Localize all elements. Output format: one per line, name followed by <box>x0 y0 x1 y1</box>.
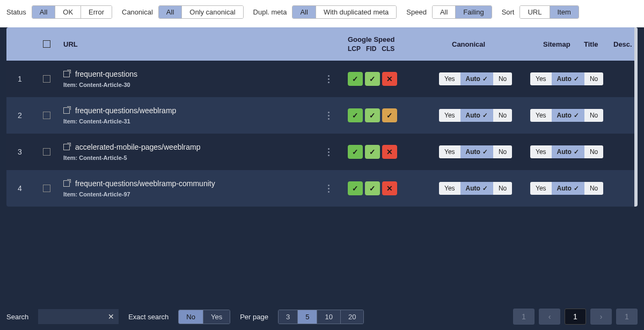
grp-exact-yes[interactable]: Yes <box>203 310 230 324</box>
header-cls: CLS <box>382 45 394 53</box>
grp-status-error[interactable]: Error <box>81 6 112 18</box>
clear-search-icon[interactable]: ✕ <box>108 312 114 321</box>
grp-perpage-10[interactable]: 10 <box>317 310 340 324</box>
grp-canonical-only-canonical[interactable]: Only canonical <box>182 6 243 18</box>
grp-sort-url[interactable]: URL <box>520 6 550 18</box>
scrollbar[interactable] <box>634 27 638 207</box>
header-checkbox[interactable] <box>33 40 60 48</box>
speed-badges <box>348 145 433 159</box>
header-url[interactable]: URL <box>60 40 312 48</box>
header-sitemap[interactable]: Sitemap <box>527 40 581 48</box>
row-number: 2 <box>6 111 33 120</box>
url-text[interactable]: accelerated-mobile-pages/weeblramp <box>75 143 200 151</box>
filter-speed: Speed AllFailing <box>406 5 492 19</box>
grp-sort-item[interactable]: Item <box>550 6 579 18</box>
header-fid: FID <box>366 45 376 53</box>
row-checkbox[interactable] <box>33 185 60 192</box>
url-text[interactable]: frequent-questions <box>75 70 137 78</box>
url-cell: accelerated-mobile-pages/weeblramp Item:… <box>60 143 312 161</box>
url-text[interactable]: frequent-questions/weeblramp-community <box>75 179 215 188</box>
item-meta: Item: Content-Article-30 <box>63 82 309 88</box>
url-text[interactable]: frequent-questions/weeblramp <box>75 106 176 115</box>
segment-auto[interactable]: Auto✓ <box>460 145 493 158</box>
segment-yes[interactable]: Yes <box>439 182 460 195</box>
item-meta: Item: Content-Article-5 <box>63 155 309 161</box>
header-title[interactable]: Title <box>581 40 610 48</box>
external-link-icon[interactable] <box>63 71 70 77</box>
grp-dupl-all[interactable]: All <box>292 6 316 18</box>
more-icon[interactable] <box>328 185 330 193</box>
grp-canonical-all[interactable]: All <box>159 6 182 18</box>
row-actions[interactable] <box>312 75 345 83</box>
more-icon[interactable] <box>328 75 330 83</box>
speed-badge-green <box>348 108 363 122</box>
segment-control: Yes Auto✓ No <box>439 145 512 158</box>
grp-speed-failing[interactable]: Failing <box>456 6 491 18</box>
grp-perpage-5[interactable]: 5 <box>298 310 317 324</box>
more-icon[interactable] <box>328 112 330 120</box>
item-meta: Item: Content-Article-31 <box>63 118 309 124</box>
external-link-icon[interactable] <box>63 180 70 187</box>
segment-no[interactable]: No <box>493 72 512 85</box>
segment-auto[interactable]: Auto✓ <box>552 109 584 122</box>
segment-no[interactable]: No <box>493 109 512 122</box>
grp-status-ok[interactable]: OK <box>55 6 81 18</box>
pager-first[interactable]: 1 <box>513 309 535 325</box>
header-desc[interactable]: Desc. <box>610 40 634 48</box>
filter-status-group: AllOKError <box>32 5 112 19</box>
segment-no[interactable]: No <box>584 72 603 85</box>
row-checkbox[interactable] <box>33 75 60 83</box>
header-canonical[interactable]: Canonical <box>436 40 527 48</box>
segment-yes[interactable]: Yes <box>439 72 460 85</box>
canonical-cell: Yes Auto✓ No <box>436 182 527 195</box>
pager-current[interactable]: 1 <box>565 309 586 325</box>
pager-next[interactable]: › <box>590 309 612 325</box>
segment-yes[interactable]: Yes <box>439 109 460 122</box>
segment-yes[interactable]: Yes <box>530 182 552 195</box>
segment-auto[interactable]: Auto✓ <box>552 182 584 195</box>
grp-exact-no[interactable]: No <box>179 310 203 324</box>
grp-status-all[interactable]: All <box>32 6 55 18</box>
segment-auto[interactable]: Auto✓ <box>552 72 584 85</box>
segment-no[interactable]: No <box>493 182 512 195</box>
grp-perpage-20[interactable]: 20 <box>341 310 363 324</box>
segment-auto[interactable]: Auto✓ <box>460 182 493 195</box>
segment-auto[interactable]: Auto✓ <box>552 145 584 158</box>
more-icon[interactable] <box>328 148 330 156</box>
table-body: 1 frequent-questions Item: Content-Artic… <box>6 61 638 207</box>
segment-no[interactable]: No <box>584 109 603 122</box>
pager-last[interactable]: 1 <box>616 309 638 325</box>
row-actions[interactable] <box>312 185 345 193</box>
speed-badges <box>348 108 433 122</box>
segment-no[interactable]: No <box>493 145 512 158</box>
filter-sort: Sort URLItem <box>502 5 579 19</box>
segment-yes[interactable]: Yes <box>530 145 552 158</box>
segment-auto[interactable]: Auto✓ <box>460 109 493 122</box>
segment-no[interactable]: No <box>584 182 603 195</box>
row-checkbox[interactable] <box>33 148 60 156</box>
segment-no[interactable]: No <box>584 145 603 158</box>
grp-perpage-3[interactable]: 3 <box>279 310 298 324</box>
speed-badge-green2 <box>365 72 380 86</box>
sitemap-cell: Yes Auto✓ No <box>527 109 581 122</box>
search-input[interactable] <box>38 309 108 324</box>
row-actions[interactable] <box>312 112 345 120</box>
segment-yes[interactable]: Yes <box>439 145 460 158</box>
segment-auto[interactable]: Auto✓ <box>460 72 493 85</box>
speed-badges <box>348 72 433 86</box>
table-row: 2 frequent-questions/weeblramp Item: Con… <box>6 97 638 134</box>
search-label: Search <box>6 313 28 321</box>
segment-yes[interactable]: Yes <box>530 109 552 122</box>
speed-badges <box>348 181 433 195</box>
grp-dupl-with-duplicated-meta[interactable]: With duplicated meta <box>316 6 396 18</box>
row-actions[interactable] <box>312 148 345 156</box>
filter-sort-group: URLItem <box>519 5 579 19</box>
pager-prev[interactable]: ‹ <box>539 309 560 325</box>
segment-yes[interactable]: Yes <box>530 72 552 85</box>
grp-speed-all[interactable]: All <box>433 6 456 18</box>
row-checkbox[interactable] <box>33 112 60 119</box>
speed-cell <box>345 108 436 122</box>
external-link-icon[interactable] <box>63 144 70 150</box>
external-link-icon[interactable] <box>63 107 70 114</box>
speed-badge-red <box>382 181 397 195</box>
